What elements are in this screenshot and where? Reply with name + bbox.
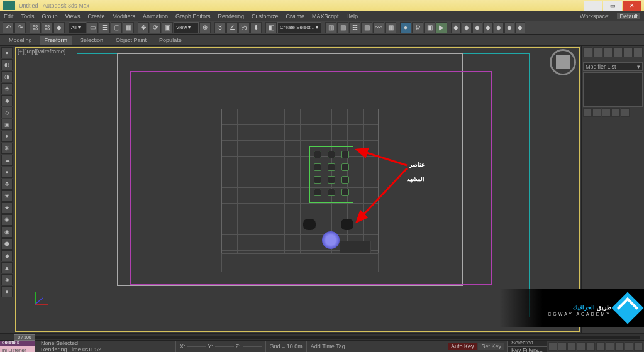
left-tool-2[interactable]: ◐ [1,59,13,70]
left-tool-5[interactable]: ◆ [1,95,13,106]
configure-button[interactable] [621,108,630,117]
left-tool-11[interactable]: ● [1,167,13,178]
selection-filter-dropdown[interactable]: All ▾ [69,22,86,33]
move-button[interactable]: ✥ [138,22,149,33]
menu-animation[interactable]: Animation [143,13,168,19]
menu-help[interactable]: Help [347,13,358,19]
spinner-snap-button[interactable]: ⬍ [250,22,262,33]
menu-edit[interactable]: Edit [4,13,14,19]
modifier-list-dropdown[interactable]: Modifier List▾ [583,62,643,71]
auto-key-button[interactable]: Auto Key [448,343,477,350]
left-tool-17[interactable]: ⬣ [1,238,13,250]
show-end-button[interactable] [592,108,601,117]
menu-views[interactable]: Views [65,13,80,19]
layer-explorer-button[interactable]: ▤ [361,22,372,33]
minimize-button[interactable]: — [584,1,602,11]
left-tool-10[interactable]: ☁ [1,155,13,166]
modifier-stack[interactable] [583,72,643,107]
snap-button[interactable]: 3 [214,22,226,33]
coord-z-input[interactable] [243,346,262,347]
left-tool-7[interactable]: ▣ [1,119,13,130]
play-button[interactable] [567,342,576,351]
menu-customize[interactable]: Customize [252,13,279,19]
tool-extra-6[interactable]: ◆ [504,22,514,33]
unique-button[interactable] [602,108,611,117]
pivot-button[interactable]: ⊕ [199,22,211,33]
curve-editor-button[interactable]: 〰 [373,22,384,33]
render-setup-button[interactable]: ⚙ [412,22,423,33]
mini-listener[interactable]: ini Listener [0,346,35,352]
zoom-all-button[interactable] [606,342,614,351]
mirror-button[interactable]: ▥ [325,22,336,33]
ribbon-freeform[interactable]: Freeform [40,36,73,45]
left-tool-3[interactable]: ◑ [1,71,13,82]
tool-extra-3[interactable]: ◆ [472,22,482,33]
left-tool-8[interactable]: ✦ [1,131,13,142]
viewport-label[interactable]: [+][Top][Wireframe] [18,48,65,55]
left-tool-1[interactable]: ● [1,47,13,58]
scale-button[interactable]: ▣ [162,22,173,33]
workspace-dropdown[interactable]: Default [617,13,640,19]
left-tool-12[interactable]: ❖ [1,179,13,190]
ribbon-object-paint[interactable]: Object Paint [111,36,152,45]
material-editor-button[interactable]: ● [400,22,411,33]
select-button[interactable]: ▭ [87,22,98,33]
viewport[interactable]: [+][Top][Wireframe] عناصرالم [14,46,581,333]
add-time-tag[interactable]: Add Time Tag [311,343,345,349]
link-button[interactable]: ⛓ [30,22,41,33]
left-tool-14[interactable]: ★ [1,202,13,214]
sofa-chair-1[interactable] [303,219,316,230]
utilities-tab[interactable] [633,47,643,57]
next-frame-button[interactable] [577,342,586,351]
align-button[interactable]: ▤ [337,22,348,33]
coord-y-input[interactable] [215,346,234,347]
rotate-button[interactable]: ⟳ [150,22,161,33]
goto-end-button[interactable] [586,342,595,351]
left-tool-19[interactable]: ▲ [1,262,13,273]
menu-graph-editors[interactable]: Graph Editors [175,13,211,19]
cabinet-object[interactable] [340,241,371,253]
time-slider-handle[interactable]: 0 / 100 [14,334,35,341]
tool-extra-4[interactable]: ◆ [483,22,493,33]
viewcube[interactable] [550,49,576,75]
menu-tools[interactable]: Tools [21,13,35,19]
percent-snap-button[interactable]: % [238,22,250,33]
ribbon-modeling[interactable]: Modeling [4,36,37,45]
left-tool-6[interactable]: ◇ [1,107,13,118]
menu-civilme[interactable]: Civilme [286,13,305,19]
maximize-button[interactable]: ▭ [603,1,622,11]
menu-create[interactable]: Create [87,13,104,19]
left-tool-13[interactable]: ☀ [1,190,13,202]
modify-tab[interactable] [593,47,602,57]
angle-snap-button[interactable]: ∠ [226,22,238,33]
left-tool-15[interactable]: ✺ [1,214,13,226]
bind-button[interactable]: ◆ [53,22,65,33]
zoom-button[interactable] [596,342,605,351]
close-button[interactable]: ✕ [623,1,641,11]
ref-coord-dropdown[interactable]: View ▾ [174,22,199,33]
named-sel-button[interactable]: ◧ [265,22,277,33]
orbit-button[interactable] [625,342,633,351]
pan-button[interactable] [615,342,624,351]
render-frame-button[interactable]: ▣ [424,22,435,33]
key-filters-button[interactable]: Key Filters... [507,346,547,352]
display-tab[interactable] [623,47,633,57]
tool-extra-5[interactable]: ◆ [494,22,504,33]
sofa-chair-2[interactable] [341,219,353,230]
ribbon-populate[interactable]: Populate [154,36,187,45]
render-button[interactable]: ▶ [436,22,447,33]
schematic-button[interactable]: ▦ [385,22,396,33]
max-viewport-button[interactable] [634,342,643,351]
left-tool-4[interactable]: ☀ [1,83,13,94]
undo-button[interactable]: ↶ [3,22,14,33]
camera-icon[interactable] [322,231,340,249]
left-tool-20[interactable]: ◈ [1,274,13,285]
motion-tab[interactable] [613,47,623,57]
unlink-button[interactable]: ⛓ [42,22,53,33]
window-crossing-button[interactable]: ▦ [123,22,134,33]
left-tool-18[interactable]: ◆ [1,250,13,261]
menu-maxscript[interactable]: MAXScript [312,13,339,19]
left-tool-21[interactable]: ● [1,286,13,297]
ribbon-selection[interactable]: Selection [75,36,108,45]
pin-stack-button[interactable] [583,108,592,117]
